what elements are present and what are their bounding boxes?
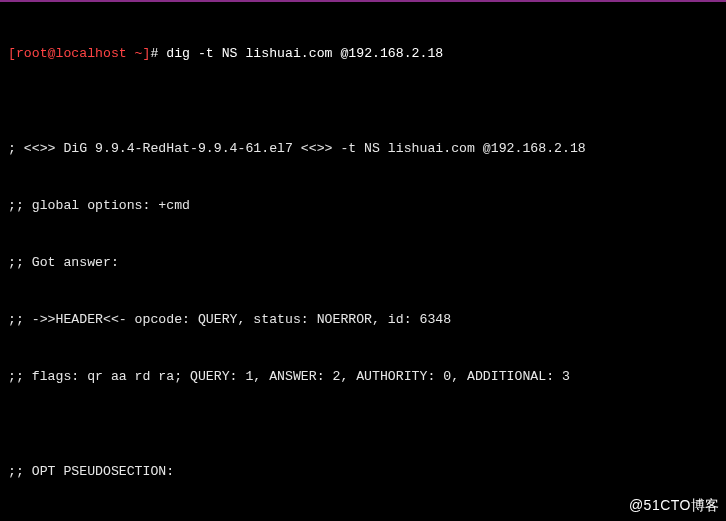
terminal-window[interactable]: [root@localhost ~]# dig -t NS lishuai.co… [0, 0, 726, 521]
opt-pseudosection-header: ;; OPT PSEUDOSECTION: [8, 462, 718, 481]
prompt-line-1: [root@localhost ~]# dig -t NS lishuai.co… [8, 44, 718, 63]
header-line: ;; ->>HEADER<<- opcode: QUERY, status: N… [8, 310, 718, 329]
got-answer-line: ;; Got answer: [8, 253, 718, 272]
command-text: dig -t NS lishuai.com @192.168.2.18 [166, 46, 443, 61]
prompt-hash: # [150, 46, 166, 61]
dig-version-line: ; <<>> DiG 9.9.4-RedHat-9.9.4-61.el7 <<>… [8, 139, 718, 158]
global-options-line: ;; global options: +cmd [8, 196, 718, 215]
flags-line: ;; flags: qr aa rd ra; QUERY: 1, ANSWER:… [8, 367, 718, 386]
prompt-user-host: [root@localhost ~] [8, 46, 150, 61]
watermark-text: @51CTO博客 [629, 496, 720, 515]
